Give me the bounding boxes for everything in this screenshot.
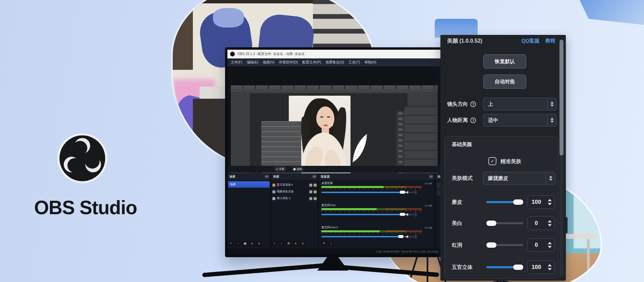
menu-file[interactable]: 文件(F) <box>231 60 242 65</box>
visibility-eye-icon[interactable] <box>309 190 312 193</box>
spinner-up-icon[interactable] <box>548 264 552 267</box>
chevron-up-icon <box>549 176 552 178</box>
help-icon[interactable]: ? <box>470 117 476 123</box>
preview-tab-filter[interactable]: 滤镜 <box>292 167 304 172</box>
sources-dock-header: 来源 <box>271 173 318 180</box>
window-capture-icon <box>272 197 275 200</box>
obs-window-icon <box>230 52 235 56</box>
sources-toolbar: + − ⚙ ∧ ∨ <box>272 240 306 247</box>
dock-menu-icon[interactable] <box>313 175 316 178</box>
spinner-down-icon[interactable] <box>548 246 552 248</box>
channel-options-button[interactable]: ⋮ <box>414 190 417 195</box>
scene-up-button[interactable]: ∧ <box>249 241 255 246</box>
camera-direction-value: 上 <box>488 98 493 110</box>
visibility-eye-icon[interactable] <box>309 197 312 200</box>
volume-slider[interactable]: ⋮ <box>321 213 422 216</box>
meter-ticks <box>321 210 422 212</box>
portrait-earring <box>332 124 333 126</box>
spinner-up-icon[interactable] <box>548 220 552 223</box>
rosy-slider[interactable] <box>486 244 523 246</box>
face-3d-slider[interactable] <box>486 266 523 268</box>
smooth-skin-label-text: 磨皮 <box>452 199 462 206</box>
panel-scrollbar-thumb[interactable] <box>559 40 564 155</box>
preview-tab-capture-label: 采集 <box>279 167 284 171</box>
add-scene-button[interactable]: + <box>228 241 234 246</box>
qq-support-link[interactable]: QQ客服 <box>522 38 539 44</box>
volume-slider[interactable]: ⋮ <box>321 235 422 238</box>
dock-menu-icon[interactable] <box>265 175 268 178</box>
beauty-panel-title: 美颜 (1.0.0.52) <box>447 38 482 45</box>
channel-options-button[interactable]: ⋮ <box>414 234 417 239</box>
channel-db: 0.0 dB <box>425 226 432 229</box>
source-down-button[interactable]: ∨ <box>300 241 306 246</box>
obs-preview-area <box>227 66 441 165</box>
menu-view[interactable]: 视图(V) <box>263 60 274 65</box>
menu-edit[interactable]: 编辑(E) <box>247 60 258 65</box>
menu-docks[interactable]: 停靠部件(D) <box>279 60 298 65</box>
spinner-down-icon[interactable] <box>548 224 552 227</box>
whitening-spinner[interactable]: 0 <box>527 217 555 230</box>
filter-dot-icon <box>293 168 296 170</box>
preview-tab-capture[interactable]: 采集 <box>274 167 286 172</box>
channel-options-button[interactable]: ⋮ <box>414 212 417 217</box>
source-row[interactable]: 显示器采集A <box>272 182 317 188</box>
source-up-button[interactable]: ∧ <box>293 241 299 246</box>
person-distance-select[interactable]: 适中 <box>483 114 557 127</box>
audio-meter <box>321 208 422 210</box>
spinner-down-icon[interactable] <box>548 268 552 271</box>
spinner-down-icon[interactable] <box>548 203 552 205</box>
spinner-up-icon[interactable] <box>548 199 552 201</box>
add-source-button[interactable]: + <box>272 241 277 246</box>
source-row[interactable]: 视频采集设备 <box>272 189 317 195</box>
desk-leg-2 <box>587 239 590 280</box>
scene-down-button[interactable]: ∨ <box>256 241 262 246</box>
smooth-skin-spinner[interactable]: 100 <box>527 195 555 209</box>
record-dot-icon <box>276 168 278 170</box>
restore-default-button[interactable]: 恢复默认 <box>483 54 526 68</box>
mixer-dock-header: 混音器 <box>319 173 435 180</box>
select-spinner-segment[interactable] <box>546 172 555 184</box>
person-distance-row-label: 人物距离 ? <box>447 117 476 124</box>
skin-mode-select[interactable]: 朦胧磨皮 <box>483 172 555 185</box>
lock-icon[interactable] <box>314 197 317 200</box>
page: OBS Studio OBS 29.1.3 - 配置文件: 未命名 - 场景: … <box>0 0 644 282</box>
source-properties-button[interactable]: ⚙ <box>286 241 291 246</box>
source-label: 显示器采集A <box>277 183 308 187</box>
camera-direction-select[interactable]: 上 <box>483 98 557 110</box>
select-spinner-segment[interactable] <box>547 98 556 110</box>
source-label: 视频采集设备 <box>277 190 308 194</box>
chevron-down-icon <box>549 179 552 181</box>
precise-skin-checkbox[interactable]: ✓ <box>488 157 496 165</box>
menu-profile[interactable]: 配置文件(P) <box>302 60 321 65</box>
whitening-slider[interactable] <box>486 222 523 224</box>
visibility-eye-icon[interactable] <box>309 184 312 187</box>
select-spinner-segment[interactable] <box>547 114 556 126</box>
lock-icon[interactable] <box>314 190 317 193</box>
scene-list-item-selected[interactable]: 场景 <box>228 181 270 188</box>
chair-highlight <box>213 8 244 28</box>
rosy-spinner[interactable]: 0 <box>527 238 555 252</box>
check-icon: ✓ <box>490 158 495 164</box>
help-icon[interactable]: ? <box>470 101 476 107</box>
menu-scene-collection[interactable]: 场景集合(S) <box>325 60 344 65</box>
source-row[interactable]: 窗口采集 2 <box>272 195 317 201</box>
lock-icon[interactable] <box>314 184 317 187</box>
menu-tools[interactable]: 工具(T) <box>348 60 360 65</box>
mixer-more-button[interactable]: ⋮ <box>328 241 334 246</box>
obs-status-bar: LIVE: 00:00:00 REC: 00:00:00 CPU: 2.5%, … <box>227 248 441 254</box>
face-3d-spinner[interactable]: 100 <box>527 261 555 274</box>
preview-label-row: 采集 滤镜 <box>227 166 441 173</box>
tutorial-link[interactable]: 教程 <box>545 38 555 44</box>
autofocus-button[interactable]: 自动对焦 <box>483 75 526 89</box>
mixer-toolbar: ✎ ⋮ <box>321 240 334 247</box>
smooth-skin-slider[interactable] <box>486 201 523 203</box>
remove-scene-button[interactable]: − <box>235 241 241 246</box>
mixer-brush-button[interactable]: ✎ <box>321 241 327 246</box>
chevron-down-icon <box>550 121 554 123</box>
remove-source-button[interactable]: − <box>279 241 284 246</box>
menu-help[interactable]: 帮助(H) <box>364 60 376 65</box>
scene-filters-button[interactable]: ▣ <box>242 241 248 246</box>
volume-slider[interactable]: ⋮ <box>321 191 422 194</box>
spinner-up-icon[interactable] <box>548 242 552 244</box>
dock-menu-icon[interactable] <box>429 175 433 178</box>
